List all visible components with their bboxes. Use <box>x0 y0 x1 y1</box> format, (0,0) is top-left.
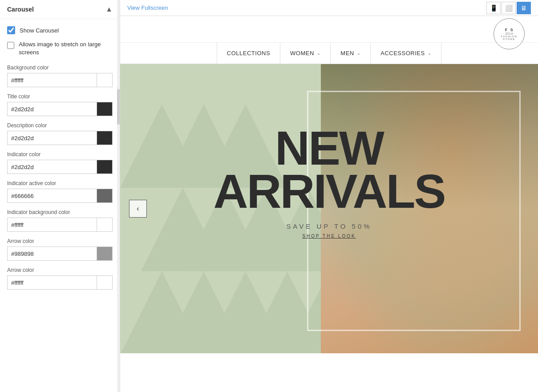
view-fullscreen-link[interactable]: View Fullscreen <box>127 4 168 11</box>
prev-icon: ‹ <box>137 205 139 213</box>
color-row-bg_color <box>7 73 113 87</box>
nav-item-men[interactable]: MEN ⌄ <box>331 43 371 64</box>
label-indicator_bg_color: Indicator background color <box>7 209 113 215</box>
desktop-btn[interactable]: 🖥 <box>517 2 531 14</box>
panel-content: Show Carousel Allows image to stretch on… <box>0 19 120 392</box>
store-navbar: F S · 2014 · FASHION STORE <box>120 16 538 43</box>
field-desc_color: Description color <box>7 122 113 145</box>
field-title_color: Title color <box>7 93 113 116</box>
right-area: View Fullscreen 📱 ⬜ 🖥 F S · 2014 · FASHI… <box>120 0 538 392</box>
field-indicator_active_color: Indicator active color <box>7 180 113 203</box>
color-row-indicator_color <box>7 160 113 174</box>
color-row-title_color <box>7 102 113 116</box>
color-input-indicator_bg_color[interactable] <box>7 218 97 232</box>
color-swatch-arrow_color1[interactable] <box>97 247 113 261</box>
device-icons: 📱 ⬜ 🖥 <box>486 2 531 14</box>
field-arrow_color1: Arrow color <box>7 238 113 261</box>
field-indicator_bg_color: Indicator background color <box>7 209 113 232</box>
label-bg_color: Background color <box>7 65 113 71</box>
panel-header: Carousel ▲ <box>0 0 120 19</box>
field-bg_color: Background color <box>7 65 113 87</box>
color-swatch-title_color[interactable] <box>97 102 113 116</box>
logo-f: F <box>505 28 508 32</box>
color-row-arrow_color1 <box>7 247 113 261</box>
label-arrow_color1: Arrow color <box>7 238 113 244</box>
color-swatch-bg_color[interactable] <box>97 73 113 87</box>
panel-title: Carousel <box>7 6 34 13</box>
nav-item-collections[interactable]: COLLECTIONS <box>217 43 280 64</box>
mobile-btn[interactable]: 📱 <box>486 2 501 14</box>
store-nav: COLLECTIONS WOMEN ⌄ MEN ⌄ ACCESSORIES ⌄ <box>120 43 538 64</box>
color-swatch-indicator_color[interactable] <box>97 160 113 174</box>
color-input-bg_color[interactable] <box>7 73 97 87</box>
hero-cta[interactable]: SHOP THE LOOK <box>213 234 445 238</box>
logo-s: S <box>510 28 514 32</box>
tablet-btn[interactable]: ⬜ <box>502 2 516 14</box>
show-carousel-label: Show Carousel <box>20 27 59 34</box>
nav-accessories-label: ACCESSORIES <box>380 50 425 57</box>
preview-toolbar: View Fullscreen 📱 ⬜ 🖥 <box>120 0 538 16</box>
color-input-indicator_active_color[interactable] <box>7 189 97 203</box>
color-input-arrow_color2[interactable] <box>7 275 97 290</box>
stretch-row: Allows image to stretch on large screens <box>7 40 113 57</box>
color-input-indicator_color[interactable] <box>7 160 97 174</box>
color-input-title_color[interactable] <box>7 102 97 116</box>
label-indicator_color: Indicator color <box>7 151 113 158</box>
color-swatch-indicator_active_color[interactable] <box>97 189 113 203</box>
color-row-desc_color <box>7 131 113 145</box>
left-panel: Carousel ▲ Show Carousel Allows image to… <box>0 0 120 392</box>
hero-title-new: NEW <box>213 126 445 170</box>
color-row-arrow_color2 <box>7 275 113 290</box>
color-row-indicator_bg_color <box>7 218 113 232</box>
nav-item-accessories[interactable]: ACCESSORIES ⌄ <box>371 43 441 64</box>
nav-men-label: MEN <box>340 50 354 57</box>
label-indicator_active_color: Indicator active color <box>7 180 113 186</box>
nav-women-label: WOMEN <box>290 50 314 57</box>
color-swatch-desc_color[interactable] <box>97 131 113 145</box>
logo-name: FASHION STORE <box>494 35 524 40</box>
stretch-checkbox[interactable] <box>7 41 14 49</box>
show-carousel-row: Show Carousel <box>7 26 113 34</box>
accessories-chevron-icon: ⌄ <box>428 51 432 56</box>
logo-year: · 2014 · <box>503 32 515 35</box>
label-title_color: Title color <box>7 93 113 100</box>
color-input-arrow_color1[interactable] <box>7 247 97 261</box>
nav-collections-label: COLLECTIONS <box>227 50 270 57</box>
men-chevron-icon: ⌄ <box>357 51 361 56</box>
color-input-desc_color[interactable] <box>7 131 97 145</box>
color-swatch-indicator_bg_color[interactable] <box>97 218 113 232</box>
field-arrow_color2: Arrow color <box>7 267 113 290</box>
scrollbar-track <box>117 0 120 392</box>
scrollbar-thumb[interactable] <box>117 89 120 125</box>
nav-item-women[interactable]: WOMEN ⌄ <box>280 43 331 64</box>
carousel-prev-btn[interactable]: ‹ <box>129 200 147 218</box>
color-swatch-arrow_color2[interactable] <box>97 275 113 290</box>
field-indicator_color: Indicator color <box>7 151 113 174</box>
hero-subtitle: SAVE UP TO 50% <box>213 222 445 230</box>
preview-container: F S · 2014 · FASHION STORE COLLECTIONS W… <box>120 16 538 392</box>
carousel-hero: NEW ARRIVALS SAVE UP TO 50% SHOP THE LOO… <box>120 64 538 353</box>
hero-title-arrivals: ARRIVALS <box>213 170 445 213</box>
collapse-icon[interactable]: ▲ <box>105 5 113 13</box>
hero-text-block: NEW ARRIVALS SAVE UP TO 50% SHOP THE LOO… <box>213 126 445 238</box>
label-desc_color: Description color <box>7 122 113 129</box>
stretch-label: Allows image to stretch on large screens <box>19 40 113 57</box>
color-row-indicator_active_color <box>7 189 113 203</box>
label-arrow_color2: Arrow color <box>7 267 113 273</box>
women-chevron-icon: ⌄ <box>317 51 321 56</box>
show-carousel-checkbox[interactable] <box>7 26 15 34</box>
store-logo: F S · 2014 · FASHION STORE <box>494 18 525 49</box>
color-fields: Background colorTitle colorDescription c… <box>7 65 113 290</box>
